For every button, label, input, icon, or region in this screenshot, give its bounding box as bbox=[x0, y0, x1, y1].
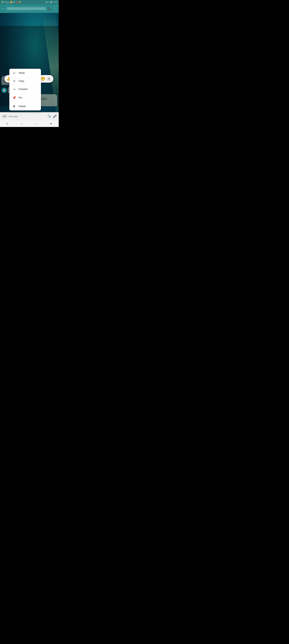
context-delete[interactable]: 🗑 Delete bbox=[9, 102, 41, 110]
forward-icon: ↪ bbox=[12, 88, 16, 91]
4g-label: 4G bbox=[13, 1, 15, 3]
back-button[interactable]: ← bbox=[2, 6, 5, 10]
battery-percent: ۴۲درصد bbox=[4, 1, 10, 3]
emoji-grin[interactable]: 😁 bbox=[41, 76, 46, 81]
call-button[interactable]: 📞 bbox=[47, 7, 51, 10]
status-bar: 🔋 ۴۲درصد 📶 4G 🔇 🔑 ⏻ ✕ 🖼 ۱۲:۲۴ bbox=[0, 0, 59, 4]
input-bar: GIF 📎 🎤 bbox=[0, 112, 59, 120]
mic-button[interactable]: 🎤 bbox=[53, 114, 57, 118]
context-pin[interactable]: 📌 Pin bbox=[9, 94, 41, 102]
pin-label: Pin bbox=[19, 96, 22, 99]
message-input[interactable] bbox=[9, 115, 46, 118]
x-icon: ✕ bbox=[48, 1, 50, 3]
emoji-more-button[interactable]: ▾ bbox=[46, 76, 52, 82]
reply-label: Reply bbox=[19, 72, 25, 74]
status-left: 🔋 ۴۲درصد 📶 4G 🔇 🔑 bbox=[2, 1, 21, 3]
context-copy[interactable]: ⧉ Copy bbox=[9, 77, 41, 85]
battery-icon: 🔋 bbox=[2, 1, 4, 3]
chat-background: 👍 👎 ❤️ 🔥 🥰 👏 😁 ▾ سلامزحمتم 12:20 ⋮ bbox=[0, 13, 59, 121]
pin-icon: 📌 bbox=[12, 96, 16, 100]
delete-label: Delete bbox=[19, 105, 26, 108]
forward-label: Forward bbox=[19, 88, 28, 90]
nav-home-icon[interactable]: ○ bbox=[21, 122, 23, 126]
nav-menu-icon[interactable]: ⦀ bbox=[7, 122, 8, 126]
menu-button[interactable]: ⋮ bbox=[54, 7, 57, 10]
nav-accessibility-icon[interactable]: ✦ bbox=[50, 122, 52, 126]
key-icon: 🔑 bbox=[19, 1, 21, 3]
chat-header: ← 📞 ⋮ bbox=[0, 4, 59, 13]
context-menu: ↩ Reply ⧉ Copy ↪ Forward 📌 Pin 🗑 Delete bbox=[9, 69, 41, 110]
delete-icon: 🗑 bbox=[12, 104, 16, 108]
copy-label: Copy bbox=[19, 80, 24, 82]
header-icons: 📞 ⋮ bbox=[47, 7, 57, 10]
image-icon: 🖼 bbox=[51, 1, 52, 3]
copy-icon: ⧉ bbox=[12, 80, 16, 82]
mute-icon: 🔇 bbox=[16, 1, 18, 3]
contact-name bbox=[7, 7, 46, 10]
time-display: ۱۲:۲۴ bbox=[53, 1, 57, 3]
context-forward[interactable]: ↪ Forward bbox=[9, 85, 41, 94]
power-icon: ⏻ bbox=[46, 1, 47, 3]
context-reply[interactable]: ↩ Reply bbox=[9, 69, 41, 77]
reply-icon: ↩ bbox=[12, 71, 16, 75]
signal-icon: 📶 bbox=[11, 1, 13, 3]
attach-button[interactable]: 📎 bbox=[47, 114, 51, 118]
nav-back-icon[interactable]: › bbox=[36, 122, 37, 126]
gif-button[interactable]: GIF bbox=[2, 115, 7, 118]
nav-bar: ⦀ ○ › ✦ bbox=[0, 120, 59, 127]
status-right: ⏻ ✕ 🖼 ۱۲:۲۴ bbox=[46, 1, 57, 3]
